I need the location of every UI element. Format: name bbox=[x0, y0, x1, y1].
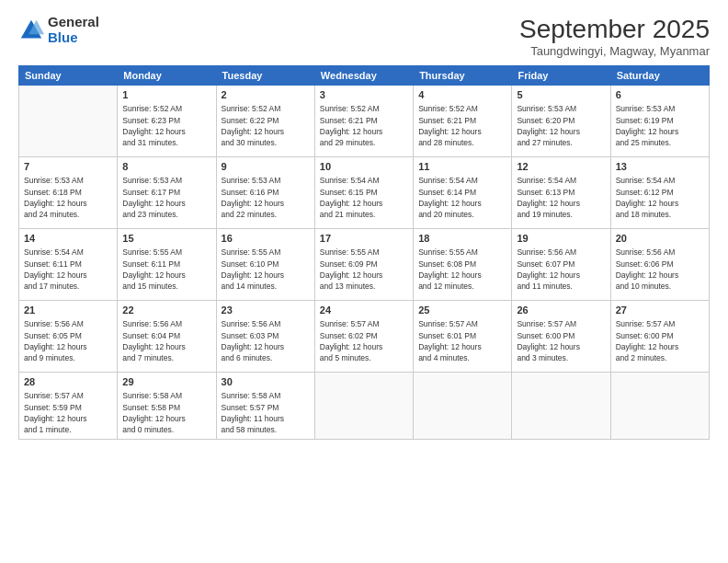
day-info: Sunrise: 5:52 AM Sunset: 6:21 PM Dayligh… bbox=[320, 103, 408, 148]
logo: General Blue bbox=[18, 15, 99, 45]
table-row bbox=[314, 373, 413, 440]
page: General Blue September 2025 Taungdwingyi… bbox=[0, 0, 728, 563]
month-title: September 2025 bbox=[519, 15, 710, 44]
table-row: 4Sunrise: 5:52 AM Sunset: 6:21 PM Daylig… bbox=[414, 86, 512, 157]
day-info: Sunrise: 5:55 AM Sunset: 6:09 PM Dayligh… bbox=[320, 247, 408, 292]
day-number: 7 bbox=[24, 160, 112, 174]
table-row: 29Sunrise: 5:58 AM Sunset: 5:58 PM Dayli… bbox=[118, 373, 216, 440]
location-subtitle: Taungdwingyi, Magway, Myanmar bbox=[519, 44, 710, 58]
table-row: 15Sunrise: 5:55 AM Sunset: 6:11 PM Dayli… bbox=[118, 229, 216, 301]
day-info: Sunrise: 5:52 AM Sunset: 6:21 PM Dayligh… bbox=[418, 103, 506, 148]
day-number: 27 bbox=[616, 304, 704, 317]
logo-blue-text: Blue bbox=[48, 30, 99, 46]
logo-text: General Blue bbox=[48, 15, 99, 45]
day-info: Sunrise: 5:56 AM Sunset: 6:07 PM Dayligh… bbox=[517, 247, 605, 292]
day-info: Sunrise: 5:54 AM Sunset: 6:15 PM Dayligh… bbox=[320, 175, 408, 220]
day-info: Sunrise: 5:55 AM Sunset: 6:10 PM Dayligh… bbox=[222, 247, 310, 292]
day-info: Sunrise: 5:58 AM Sunset: 5:57 PM Dayligh… bbox=[222, 390, 310, 435]
day-number: 29 bbox=[122, 375, 210, 389]
day-number: 6 bbox=[616, 88, 704, 102]
day-number: 28 bbox=[24, 375, 112, 389]
table-row: 9Sunrise: 5:53 AM Sunset: 6:16 PM Daylig… bbox=[216, 157, 314, 229]
day-number: 24 bbox=[320, 304, 408, 317]
logo-icon bbox=[18, 17, 44, 43]
day-info: Sunrise: 5:55 AM Sunset: 6:11 PM Dayligh… bbox=[122, 247, 210, 292]
day-number: 21 bbox=[24, 304, 112, 317]
day-info: Sunrise: 5:57 AM Sunset: 6:00 PM Dayligh… bbox=[517, 318, 605, 363]
day-number: 9 bbox=[222, 160, 310, 174]
table-row bbox=[512, 373, 610, 440]
day-number: 23 bbox=[222, 304, 310, 317]
day-number: 10 bbox=[320, 160, 408, 174]
day-number: 2 bbox=[222, 88, 310, 102]
header: General Blue September 2025 Taungdwingyi… bbox=[18, 15, 710, 58]
day-info: Sunrise: 5:52 AM Sunset: 6:23 PM Dayligh… bbox=[122, 103, 210, 148]
day-number: 13 bbox=[616, 160, 704, 174]
header-thursday: Thursday bbox=[414, 66, 512, 86]
table-row bbox=[19, 86, 118, 157]
table-row: 25Sunrise: 5:57 AM Sunset: 6:01 PM Dayli… bbox=[414, 301, 512, 373]
day-info: Sunrise: 5:53 AM Sunset: 6:17 PM Dayligh… bbox=[122, 175, 210, 220]
day-info: Sunrise: 5:56 AM Sunset: 6:04 PM Dayligh… bbox=[122, 318, 210, 363]
day-info: Sunrise: 5:53 AM Sunset: 6:20 PM Dayligh… bbox=[517, 103, 605, 148]
day-info: Sunrise: 5:54 AM Sunset: 6:11 PM Dayligh… bbox=[24, 247, 112, 292]
table-row: 19Sunrise: 5:56 AM Sunset: 6:07 PM Dayli… bbox=[512, 229, 610, 301]
day-number: 4 bbox=[418, 88, 506, 102]
day-info: Sunrise: 5:54 AM Sunset: 6:12 PM Dayligh… bbox=[616, 175, 704, 220]
day-number: 5 bbox=[517, 88, 605, 102]
header-friday: Friday bbox=[512, 66, 610, 86]
day-number: 15 bbox=[122, 232, 210, 246]
day-info: Sunrise: 5:57 AM Sunset: 6:02 PM Dayligh… bbox=[320, 318, 408, 363]
table-row: 18Sunrise: 5:55 AM Sunset: 6:08 PM Dayli… bbox=[414, 229, 512, 301]
day-number: 12 bbox=[517, 160, 605, 174]
day-number: 11 bbox=[418, 160, 506, 174]
day-info: Sunrise: 5:53 AM Sunset: 6:19 PM Dayligh… bbox=[616, 103, 704, 148]
day-info: Sunrise: 5:54 AM Sunset: 6:13 PM Dayligh… bbox=[517, 175, 605, 220]
table-row bbox=[414, 373, 512, 440]
day-info: Sunrise: 5:58 AM Sunset: 5:58 PM Dayligh… bbox=[122, 390, 210, 435]
table-row: 12Sunrise: 5:54 AM Sunset: 6:13 PM Dayli… bbox=[512, 157, 610, 229]
table-row: 14Sunrise: 5:54 AM Sunset: 6:11 PM Dayli… bbox=[19, 229, 118, 301]
title-section: September 2025 Taungdwingyi, Magway, Mya… bbox=[519, 15, 710, 58]
day-info: Sunrise: 5:56 AM Sunset: 6:03 PM Dayligh… bbox=[222, 318, 310, 363]
day-info: Sunrise: 5:57 AM Sunset: 6:00 PM Dayligh… bbox=[616, 318, 704, 363]
table-row: 27Sunrise: 5:57 AM Sunset: 6:00 PM Dayli… bbox=[610, 301, 709, 373]
table-row bbox=[610, 373, 709, 440]
day-number: 19 bbox=[517, 232, 605, 246]
table-row: 28Sunrise: 5:57 AM Sunset: 5:59 PM Dayli… bbox=[19, 373, 118, 440]
day-number: 16 bbox=[222, 232, 310, 246]
table-row: 26Sunrise: 5:57 AM Sunset: 6:00 PM Dayli… bbox=[512, 301, 610, 373]
day-number: 26 bbox=[517, 304, 605, 317]
table-row: 23Sunrise: 5:56 AM Sunset: 6:03 PM Dayli… bbox=[216, 301, 314, 373]
day-info: Sunrise: 5:57 AM Sunset: 6:01 PM Dayligh… bbox=[418, 318, 506, 363]
header-tuesday: Tuesday bbox=[216, 66, 314, 86]
day-info: Sunrise: 5:52 AM Sunset: 6:22 PM Dayligh… bbox=[222, 103, 310, 148]
day-number: 22 bbox=[122, 304, 210, 317]
header-saturday: Saturday bbox=[610, 66, 709, 86]
table-row: 30Sunrise: 5:58 AM Sunset: 5:57 PM Dayli… bbox=[216, 373, 314, 440]
table-row: 7Sunrise: 5:53 AM Sunset: 6:18 PM Daylig… bbox=[19, 157, 118, 229]
day-number: 30 bbox=[222, 375, 310, 389]
table-row: 5Sunrise: 5:53 AM Sunset: 6:20 PM Daylig… bbox=[512, 86, 610, 157]
day-info: Sunrise: 5:53 AM Sunset: 6:16 PM Dayligh… bbox=[222, 175, 310, 220]
day-number: 8 bbox=[122, 160, 210, 174]
day-number: 3 bbox=[320, 88, 408, 102]
table-row: 16Sunrise: 5:55 AM Sunset: 6:10 PM Dayli… bbox=[216, 229, 314, 301]
day-number: 17 bbox=[320, 232, 408, 246]
day-info: Sunrise: 5:57 AM Sunset: 5:59 PM Dayligh… bbox=[24, 390, 112, 435]
table-row: 1Sunrise: 5:52 AM Sunset: 6:23 PM Daylig… bbox=[118, 86, 216, 157]
table-row: 3Sunrise: 5:52 AM Sunset: 6:21 PM Daylig… bbox=[314, 86, 413, 157]
day-number: 18 bbox=[418, 232, 506, 246]
day-number: 20 bbox=[616, 232, 704, 246]
table-row: 24Sunrise: 5:57 AM Sunset: 6:02 PM Dayli… bbox=[314, 301, 413, 373]
day-info: Sunrise: 5:53 AM Sunset: 6:18 PM Dayligh… bbox=[24, 175, 112, 220]
day-number: 25 bbox=[418, 304, 506, 317]
table-row: 20Sunrise: 5:56 AM Sunset: 6:06 PM Dayli… bbox=[610, 229, 709, 301]
header-sunday: Sunday bbox=[19, 66, 118, 86]
table-row: 22Sunrise: 5:56 AM Sunset: 6:04 PM Dayli… bbox=[118, 301, 216, 373]
table-row: 8Sunrise: 5:53 AM Sunset: 6:17 PM Daylig… bbox=[118, 157, 216, 229]
day-info: Sunrise: 5:54 AM Sunset: 6:14 PM Dayligh… bbox=[418, 175, 506, 220]
day-info: Sunrise: 5:56 AM Sunset: 6:06 PM Dayligh… bbox=[616, 247, 704, 292]
header-monday: Monday bbox=[118, 66, 216, 86]
table-row: 2Sunrise: 5:52 AM Sunset: 6:22 PM Daylig… bbox=[216, 86, 314, 157]
